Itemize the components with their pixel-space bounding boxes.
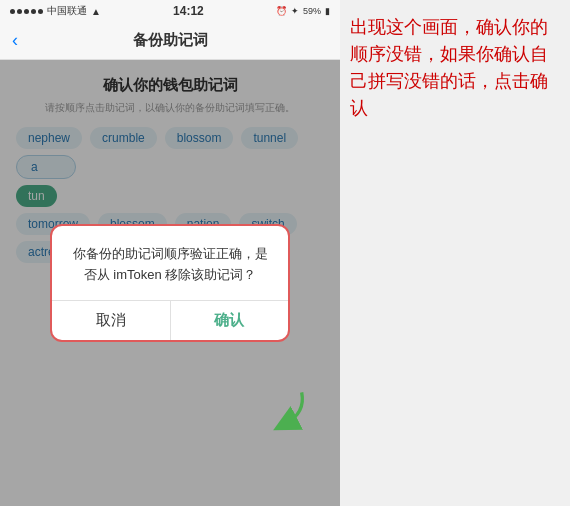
battery-label: 59% [303,6,321,16]
nav-title: 备份助记词 [133,31,208,50]
annotation-area: 出现这个画面，确认你的顺序没错，如果你确认自己拼写没错的话，点击确认 [340,0,570,506]
nav-bar: ‹ 备份助记词 [0,22,340,60]
bluetooth-icon: ✦ [291,6,299,16]
dialog-cancel-button[interactable]: 取消 [52,301,171,340]
phone-screen: 中国联通 ▲ 14:12 ⏰ ✦ 59% ▮ ‹ 备份助记词 确认你的钱包助记词… [0,0,340,506]
dialog-overlay: 你备份的助记词顺序验证正确，是否从 imToken 移除该助记词？ 取消 确认 [0,60,340,506]
dialog-text: 你备份的助记词顺序验证正确，是否从 imToken 移除该助记词？ [73,246,268,282]
back-button[interactable]: ‹ [12,30,18,51]
annotation-text: 出现这个画面，确认你的顺序没错，如果你确认自己拼写没错的话，点击确认 [350,14,556,122]
carrier-label: 中国联通 [47,4,87,18]
green-arrow-icon [260,384,310,434]
signal-dots [10,9,43,14]
dialog-actions: 取消 确认 [52,300,288,340]
dialog-box: 你备份的助记词顺序验证正确，是否从 imToken 移除该助记词？ 取消 确认 [50,224,290,342]
wifi-icon: ▲ [91,6,101,17]
dialog-body: 你备份的助记词顺序验证正确，是否从 imToken 移除该助记词？ [52,226,288,300]
alarm-icon: ⏰ [276,6,287,16]
status-bar: 中国联通 ▲ 14:12 ⏰ ✦ 59% ▮ [0,0,340,22]
arrow-container [260,384,310,438]
status-left: 中国联通 ▲ [10,4,101,18]
battery-icon: ▮ [325,6,330,16]
dialog-ok-button[interactable]: 确认 [171,301,289,340]
status-right: ⏰ ✦ 59% ▮ [276,6,330,16]
time-label: 14:12 [173,4,204,18]
page-content: 确认你的钱包助记词 请按顺序点击助记词，以确认你的备份助记词填写正确。 neph… [0,60,340,506]
